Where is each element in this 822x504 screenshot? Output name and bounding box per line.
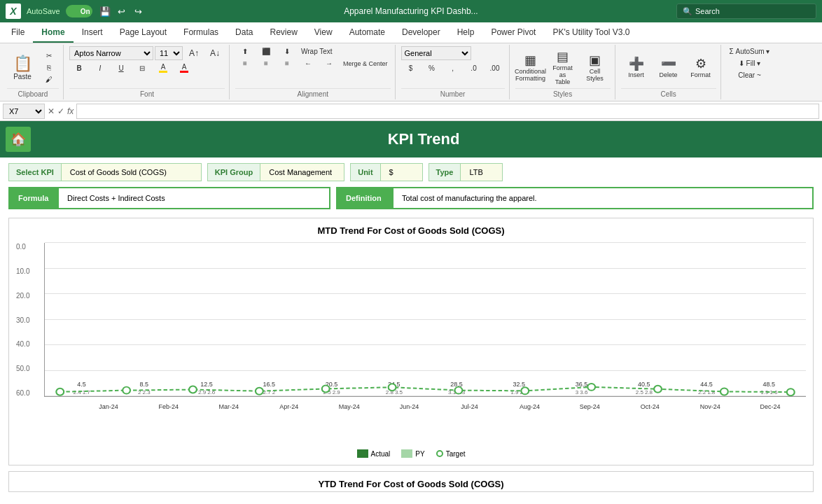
tab-power-pivot[interactable]: Power Pivot bbox=[482, 24, 544, 43]
bar-group: 40.52.52.8 bbox=[614, 381, 674, 396]
tab-page-layout[interactable]: Page Layout bbox=[111, 24, 175, 43]
tab-help[interactable]: Help bbox=[449, 24, 483, 43]
align-center-button[interactable]: ≡ bbox=[256, 58, 276, 69]
copy-icon: ⎘ bbox=[47, 64, 51, 71]
chart-plot: 4.52.41.78.522.312.52.92.616.52.7220.52.… bbox=[44, 243, 806, 397]
format-button[interactable]: ⚙ Format bbox=[685, 49, 716, 85]
formula-box: Formula Direct Costs + Indirect Costs bbox=[8, 187, 330, 209]
grow-font-button[interactable]: A↑ bbox=[184, 47, 204, 59]
bar-value-label: 32.5 bbox=[513, 381, 526, 388]
bar-group: 8.522.3 bbox=[114, 381, 174, 396]
italic-button[interactable]: I bbox=[90, 63, 110, 74]
underline-button[interactable]: U bbox=[111, 63, 131, 74]
tab-developer[interactable]: Developer bbox=[393, 24, 449, 43]
styles-top: ▦ ConditionalFormatting ▤ Format asTable… bbox=[515, 46, 611, 88]
align-bottom-button[interactable]: ⬇ bbox=[277, 46, 297, 57]
number-group: General $ % , .0 .00 Number bbox=[397, 45, 510, 99]
bar-value-label: 20.5 bbox=[326, 381, 338, 388]
bar-value-label: 40.5 bbox=[638, 381, 650, 388]
autosum-button[interactable]: Σ AutoSum ▾ bbox=[727, 46, 773, 57]
x-label: Jan-24 bbox=[80, 403, 137, 410]
alignment-label: Alignment bbox=[235, 88, 391, 98]
align-right-button[interactable]: ≡ bbox=[277, 58, 297, 69]
formula-value: Direct Costs + Indirect Costs bbox=[59, 188, 329, 208]
undo-icon[interactable]: ↩ bbox=[115, 4, 129, 18]
tab-file[interactable]: File bbox=[3, 24, 33, 43]
align-left-button[interactable]: ≡ bbox=[235, 58, 255, 69]
fill-button[interactable]: ⬇ Fill ▾ bbox=[727, 58, 773, 69]
decrease-indent-button[interactable]: ← bbox=[298, 58, 318, 69]
clipboard-top: 📋 Paste ✂ ⎘ 🖌 bbox=[7, 46, 59, 88]
tab-data[interactable]: Data bbox=[227, 24, 261, 43]
chart-area: 60.0 50.0 40.0 30.0 20.0 10.0 0.0 bbox=[16, 243, 806, 425]
paste-button[interactable]: 📋 Paste bbox=[7, 49, 38, 85]
search-icon: 🔍 bbox=[683, 7, 692, 16]
tab-automate[interactable]: Automate bbox=[341, 24, 393, 43]
bar-sublabels: 2.52.9 bbox=[323, 389, 340, 396]
merge-center-button[interactable]: Merge & Center bbox=[340, 59, 391, 69]
format-painter-button[interactable]: 🖌 bbox=[39, 74, 59, 85]
cell-reference[interactable]: X7 bbox=[3, 104, 45, 119]
styles-group: ▦ ConditionalFormatting ▤ Format asTable… bbox=[511, 45, 615, 99]
cancel-formula-icon[interactable]: ✕ bbox=[48, 106, 55, 116]
bar-sublabels: 1.91.6 bbox=[760, 389, 777, 396]
select-kpi-group: Select KPI Cost of Goods Sold (COGS) bbox=[8, 163, 202, 181]
fill-color-button[interactable]: A bbox=[153, 62, 173, 74]
bold-button[interactable]: B bbox=[69, 63, 89, 74]
definition-box: Definition Total cost of manufacturing t… bbox=[336, 187, 814, 209]
comma-button[interactable]: , bbox=[443, 63, 463, 74]
bar-value-label: 12.5 bbox=[200, 381, 213, 388]
tab-home[interactable]: Home bbox=[33, 24, 73, 43]
formula-input[interactable] bbox=[76, 104, 819, 119]
legend-target: Target bbox=[436, 449, 466, 458]
tab-pks-utility[interactable]: PK's Utility Tool V3.0 bbox=[544, 24, 638, 43]
bar-sublabels: 2.72 bbox=[263, 389, 276, 396]
formula-bar: X7 ✕ ✓ fx bbox=[0, 102, 822, 121]
decrease-decimal-button[interactable]: .0 bbox=[464, 63, 484, 74]
borders-button[interactable]: ⊟ bbox=[132, 63, 152, 74]
redo-icon[interactable]: ↪ bbox=[132, 4, 146, 18]
percent-button[interactable]: % bbox=[422, 63, 442, 74]
increase-indent-button[interactable]: → bbox=[319, 58, 339, 69]
save-icon[interactable]: 💾 bbox=[98, 4, 112, 18]
tab-formulas[interactable]: Formulas bbox=[175, 24, 227, 43]
tab-review[interactable]: Review bbox=[261, 24, 305, 43]
increase-decimal-button[interactable]: .00 bbox=[485, 63, 505, 74]
format-as-table-button[interactable]: ▤ Format asTable bbox=[548, 49, 578, 85]
kpi-header-title: KPI Trend bbox=[31, 130, 816, 148]
x-labels: Jan-24Feb-24Mar-24Apr-24May-24Jun-24Jul-… bbox=[73, 403, 806, 410]
font-name-select[interactable]: Aptos Narrow bbox=[69, 46, 153, 60]
bar-sublabels: 2.52.8 bbox=[636, 389, 653, 396]
copy-button[interactable]: ⎘ bbox=[39, 62, 59, 73]
confirm-formula-icon[interactable]: ✓ bbox=[57, 106, 64, 116]
search-box[interactable]: 🔍 Search bbox=[676, 4, 816, 19]
ytd-title: YTD Trend For Cost of Goods Sold (COGS) bbox=[318, 479, 503, 489]
cut-button[interactable]: ✂ bbox=[39, 50, 59, 61]
tab-insert[interactable]: Insert bbox=[74, 24, 111, 43]
chart-title: MTD Trend For Cost of Goods Sold (COGS) bbox=[16, 225, 806, 236]
clear-button[interactable]: Clear ~ bbox=[727, 70, 773, 80]
window-title: Apparel Manufacturing KPI Dashb... bbox=[151, 6, 671, 16]
conditional-formatting-button[interactable]: ▦ ConditionalFormatting bbox=[515, 49, 546, 85]
cell-styles-button[interactable]: ▣ CellStyles bbox=[580, 49, 611, 85]
font-size-select[interactable]: 11 bbox=[155, 46, 183, 60]
currency-button[interactable]: $ bbox=[401, 63, 421, 74]
shrink-font-button[interactable]: A↓ bbox=[205, 47, 225, 59]
align-middle-button[interactable]: ⬛ bbox=[256, 46, 276, 57]
bar-sublabels: 2.92.6 bbox=[198, 389, 215, 396]
x-label: Feb-24 bbox=[140, 403, 197, 410]
font-color-button[interactable]: A bbox=[174, 62, 194, 74]
wrap-text-button[interactable]: Wrap Text bbox=[298, 46, 335, 57]
kpi-group-value: Cost Management bbox=[260, 163, 344, 181]
number-format-select[interactable]: General bbox=[401, 46, 471, 60]
dashboard: 🏠 KPI Trend Select KPI Cost of Goods Sol… bbox=[0, 121, 822, 492]
cut-icon: ✂ bbox=[46, 52, 52, 59]
align-top-button[interactable]: ⬆ bbox=[235, 46, 255, 57]
select-kpi-value[interactable]: Cost of Goods Sold (COGS) bbox=[62, 163, 202, 181]
autosave-toggle[interactable]: On bbox=[66, 5, 92, 18]
tab-view[interactable]: View bbox=[306, 24, 341, 43]
insert-button[interactable]: ➕ Insert bbox=[621, 49, 652, 85]
insert-function-icon[interactable]: fx bbox=[67, 106, 74, 116]
delete-button[interactable]: ➖ Delete bbox=[653, 49, 684, 85]
bar-value-label: 16.5 bbox=[263, 381, 276, 388]
